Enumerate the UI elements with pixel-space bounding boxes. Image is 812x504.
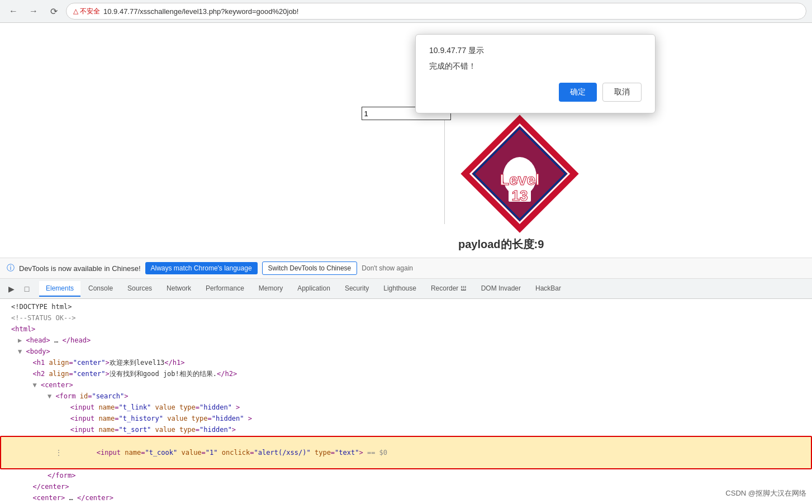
devtools-tabs: ▶ □ Elements Console Sources Network Per…	[0, 279, 812, 299]
code-line-form-open: ▼ <form id="search">	[0, 391, 812, 402]
level-badge: Level 13	[458, 112, 581, 235]
devtools-panel: <!DOCTYPE html> <!--STATUS OK--> <html> …	[0, 299, 812, 504]
payload-text: payload的长度:9	[458, 237, 544, 252]
watermark: CSDN @抠脚大汉在网络	[725, 488, 806, 498]
code-line-center-collapsed[interactable]: <center> … </center>	[0, 492, 812, 503]
code-line-doctype: <!DOCTYPE html>	[0, 301, 812, 312]
url-text: 10.9.47.77/xsschallenge/level13.php?keyw…	[103, 7, 298, 16]
code-line-center-close: </center>	[0, 481, 812, 492]
alert-dialog: 10.9.47.77 显示 完成的不错！ 确定 取消	[415, 34, 656, 113]
page-divider	[444, 112, 445, 224]
code-line-center-open: ▼ <center>	[0, 379, 812, 391]
tab-security[interactable]: Security	[338, 281, 376, 297]
address-bar[interactable]: △ 不安全 10.9.47.77/xsschallenge/level13.ph…	[66, 3, 806, 20]
tab-performance[interactable]: Performance	[199, 281, 251, 297]
browser-chrome: ← → ⟳ △ 不安全 10.9.47.77/xsschallenge/leve…	[0, 0, 812, 23]
tab-memory[interactable]: Memory	[252, 281, 289, 297]
code-line-input-link: <input name="t_link" value type="hidden"…	[0, 402, 812, 413]
page-content: 10.9.47.77 显示 完成的不错！ 确定 取消 Level 13	[0, 23, 812, 258]
info-icon: ⓘ	[7, 263, 15, 273]
reload-button[interactable]: ⟳	[46, 3, 61, 19]
alert-origin: 10.9.47.77 显示	[429, 46, 642, 56]
code-line-comment: <!--STATUS OK-->	[0, 312, 812, 324]
tab-recorder[interactable]: Recorder 𝍔	[424, 281, 473, 297]
code-line-body-open: ▼ <body>	[0, 346, 812, 357]
code-line-input-cook[interactable]: ⋮ <input name="t_cook" value="1" onclick…	[0, 436, 812, 469]
alert-cancel-button[interactable]: 取消	[602, 83, 642, 102]
forward-button[interactable]: →	[26, 3, 41, 19]
btn-match-lang[interactable]: Always match Chrome's language	[145, 262, 258, 274]
tab-elements[interactable]: Elements	[39, 281, 80, 297]
tab-network[interactable]: Network	[160, 281, 198, 297]
alert-confirm-button[interactable]: 确定	[559, 83, 597, 102]
tab-sources[interactable]: Sources	[121, 281, 159, 297]
tab-lighthouse[interactable]: Lighthouse	[377, 281, 423, 297]
code-line-h1: <h1 align="center">欢迎来到level13</h1>	[0, 357, 812, 368]
code-line-head[interactable]: ▶ <head> … </head>	[0, 335, 812, 346]
nav-bar: ← → ⟳ △ 不安全 10.9.47.77/xsschallenge/leve…	[0, 0, 812, 22]
code-line-h2: <h2 align="center">没有找到和good job!相关的结果.<…	[0, 368, 812, 379]
alert-message: 完成的不错！	[429, 61, 642, 72]
code-line-form-close: </form>	[0, 470, 812, 481]
tab-hackbar[interactable]: HackBar	[529, 281, 568, 297]
btn-switch-devtools[interactable]: Switch DevTools to Chinese	[262, 261, 358, 275]
insecure-indicator: △ 不安全	[73, 7, 100, 16]
svg-text:Level: Level	[500, 171, 540, 188]
warning-icon: △	[73, 7, 78, 15]
devtools-notification: ⓘ DevTools is now available in Chinese! …	[0, 258, 812, 279]
cursor-icon-btn[interactable]: ▶	[4, 282, 18, 296]
devtools-notification-text: DevTools is now available in Chinese!	[19, 264, 141, 273]
inspect-icon-btn[interactable]: □	[20, 282, 34, 296]
alert-buttons: 确定 取消	[429, 83, 642, 102]
code-line-input-sort: <input name="t_sort" value type="hidden"…	[0, 424, 812, 435]
code-line-input-history: <input name="t_history" value type="hidd…	[0, 413, 812, 424]
code-line-html: <html>	[0, 324, 812, 335]
back-button[interactable]: ←	[6, 3, 21, 19]
tab-dom-invader[interactable]: DOM Invader	[474, 281, 528, 297]
devtools-toolbar-icons: ▶ □	[4, 282, 34, 296]
tab-application[interactable]: Application	[291, 281, 337, 297]
btn-dont-show[interactable]: Don't show again	[362, 264, 413, 272]
svg-text:13: 13	[512, 187, 528, 204]
tab-console[interactable]: Console	[82, 281, 120, 297]
